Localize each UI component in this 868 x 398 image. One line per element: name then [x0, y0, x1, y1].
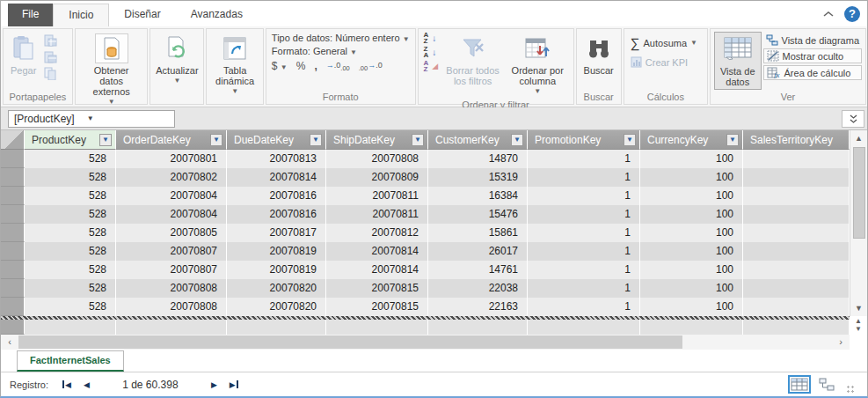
column-header-SalesTerritoryKey[interactable]: SalesTerritoryKey	[743, 130, 850, 150]
cell[interactable]: 20070808	[116, 279, 227, 298]
row-header[interactable]	[1, 205, 25, 224]
row-header[interactable]	[1, 224, 25, 242]
paste-replace-icon[interactable]	[41, 49, 60, 64]
vertical-scrollbar[interactable]: ▲ ▼	[850, 130, 867, 316]
thousands-format-button[interactable]: ,	[314, 60, 317, 72]
cell[interactable]: 1	[528, 261, 640, 279]
cell[interactable]: 20070808	[326, 150, 428, 168]
autosum-button[interactable]: ∑ Autosuma ▼	[628, 34, 700, 51]
percent-format-button[interactable]: %	[296, 60, 306, 72]
column-header-ProductKey[interactable]: ProductKey▼	[25, 130, 116, 150]
first-record-button[interactable]: ◀	[62, 380, 71, 389]
cell[interactable]: 20070819	[227, 242, 326, 261]
cell[interactable]: 100	[640, 205, 743, 224]
cell[interactable]: 100	[640, 187, 743, 205]
cell[interactable]	[743, 187, 850, 205]
horizontal-scrollbar[interactable]: ‹ ›	[1, 335, 867, 350]
show-hidden-button[interactable]: Mostrar oculto	[763, 48, 862, 63]
cell[interactable]: 16384	[428, 187, 528, 205]
column-filter-dropdown-icon[interactable]: ▼	[310, 134, 322, 146]
cell[interactable]: 1	[528, 187, 640, 205]
clear-all-filters-button[interactable]: Borrar todos los filtros	[441, 32, 504, 88]
cell[interactable]: 14870	[428, 150, 528, 168]
cell[interactable]: 15476	[428, 205, 528, 224]
cell[interactable]: 1	[528, 242, 640, 261]
cell[interactable]: 22038	[428, 279, 528, 298]
cell[interactable]: 100	[640, 224, 743, 242]
cell[interactable]: 528	[25, 298, 116, 316]
cell[interactable]: 20070802	[116, 168, 227, 187]
row-header[interactable]	[1, 187, 25, 205]
cell[interactable]: 20070815	[326, 298, 428, 316]
cell[interactable]: 20070814	[326, 242, 428, 261]
cell[interactable]: 14761	[428, 261, 528, 279]
resize-grip[interactable]	[846, 385, 855, 394]
column-filter-dropdown-icon[interactable]: ▼	[726, 134, 739, 146]
cell[interactable]: 20070817	[227, 224, 326, 242]
cell[interactable]: 20070809	[326, 168, 428, 187]
split-up-icon[interactable]: ▲	[855, 319, 862, 324]
cell[interactable]: 20070819	[227, 261, 326, 279]
status-diagram-view-button[interactable]	[816, 375, 837, 394]
expand-formula-bar-button[interactable]	[842, 110, 864, 128]
cell[interactable]: 528	[25, 279, 116, 298]
cell[interactable]: 1	[528, 298, 640, 316]
scroll-up-icon[interactable]: ▲	[850, 130, 867, 146]
help-icon[interactable]: ?	[844, 6, 860, 22]
row-header[interactable]	[1, 150, 25, 168]
column-filter-dropdown-icon[interactable]: ▼	[99, 134, 112, 146]
cell[interactable]: 528	[25, 224, 116, 242]
cell[interactable]: 528	[25, 205, 116, 224]
sort-az-icon[interactable]: AZ↓	[422, 32, 441, 44]
data-type-dropdown[interactable]: Tipo de datos: Número entero ▼	[270, 32, 412, 44]
clear-sort-icon[interactable]: AZ◢	[422, 60, 441, 72]
cell[interactable]: 100	[640, 242, 743, 261]
create-kpi-button[interactable]: Crear KPI	[628, 55, 690, 69]
tab-disenar[interactable]: Diseñar	[109, 4, 175, 26]
tab-avanzadas[interactable]: Avanzadas	[176, 4, 258, 26]
row-header[interactable]	[1, 298, 25, 316]
cell[interactable]: 20070814	[326, 261, 428, 279]
cell[interactable]	[743, 298, 850, 316]
cell[interactable]: 20070804	[116, 205, 227, 224]
increase-decimals-icon[interactable]: →.0.00	[326, 61, 350, 72]
split-down-icon[interactable]: ▼	[855, 327, 862, 332]
column-header-CustomerKey[interactable]: CustomerKey▼	[428, 130, 528, 150]
vertical-scroll-thumb[interactable]	[853, 147, 865, 239]
column-header-PromotionKey[interactable]: PromotionKey▼	[528, 130, 640, 150]
cell[interactable]: 528	[25, 242, 116, 261]
cell[interactable]: 15861	[428, 224, 528, 242]
cell[interactable]: 100	[640, 261, 743, 279]
cell[interactable]: 100	[640, 298, 743, 316]
column-header-CurrencyKey[interactable]: CurrencyKey▼	[640, 130, 743, 150]
split-scroll-widget[interactable]: ▲ ▼	[850, 316, 867, 335]
find-button[interactable]: Buscar	[580, 32, 617, 77]
paste-button[interactable]: Pegar	[7, 32, 40, 77]
decrease-decimals-icon[interactable]: .00→.0	[359, 61, 383, 72]
cell[interactable]: 22163	[428, 298, 528, 316]
currency-format-button[interactable]: $ ▼	[272, 60, 288, 72]
format-dropdown[interactable]: Formato: General ▼	[270, 45, 359, 57]
cell[interactable]: 100	[640, 150, 743, 168]
cell[interactable]: 528	[25, 187, 116, 205]
column-filter-dropdown-icon[interactable]: ▼	[412, 134, 424, 146]
pivot-table-button[interactable]: Tabla dinámica ▼	[210, 32, 259, 99]
next-record-button[interactable]: ▶	[211, 380, 217, 389]
previous-record-button[interactable]: ◀	[84, 380, 90, 389]
column-header-OrderDateKey[interactable]: OrderDateKey▼	[116, 130, 227, 150]
row-header[interactable]	[1, 320, 25, 335]
cell[interactable]	[743, 261, 850, 279]
cell[interactable]: 20070816	[227, 187, 326, 205]
copy-icon[interactable]	[41, 66, 60, 81]
cell[interactable]: 100	[640, 168, 743, 187]
status-data-view-button[interactable]	[788, 375, 811, 394]
cell[interactable]	[743, 242, 850, 261]
diagram-view-button[interactable]: Vista de diagrama	[763, 33, 862, 47]
sort-za-icon[interactable]: ZA↓	[422, 46, 441, 58]
column-header-DueDateKey[interactable]: DueDateKey▼	[227, 130, 326, 150]
cell[interactable]: 20070816	[227, 205, 326, 224]
cell[interactable]: 1	[528, 205, 640, 224]
cell[interactable]	[743, 205, 850, 224]
column-header-ShipDateKey[interactable]: ShipDateKey▼	[326, 130, 428, 150]
tab-inicio[interactable]: Inicio	[53, 4, 109, 26]
